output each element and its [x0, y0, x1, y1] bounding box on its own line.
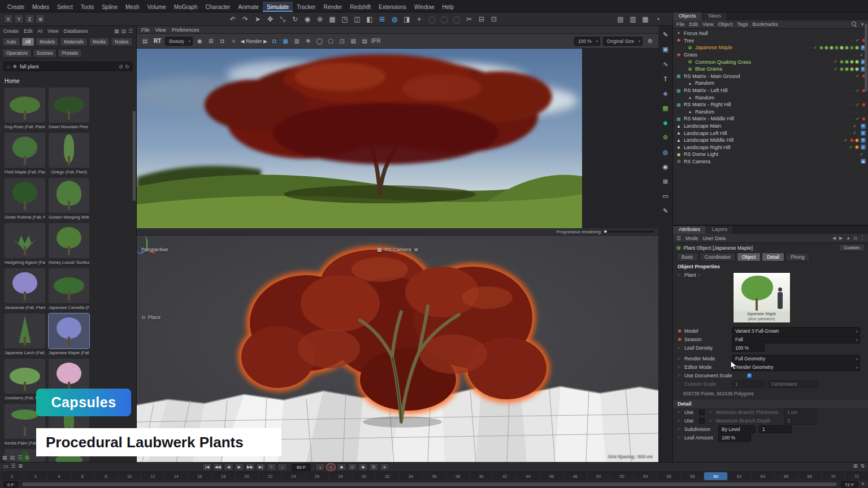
frame-tick[interactable]: 2 [24, 472, 47, 480]
asset-tile[interactable]: Ginkgo (Fall, Plant) [49, 133, 89, 175]
playback-button[interactable]: ◀ [224, 463, 233, 471]
palette-icon[interactable]: ▦ [660, 103, 671, 114]
property-value[interactable]: Fall [732, 336, 860, 343]
hamburger-icon[interactable]: ☰ [676, 236, 681, 241]
frame-tick[interactable]: 42 [493, 472, 517, 480]
material-swatch[interactable] [855, 138, 859, 142]
frame-tick[interactable]: 10 [118, 472, 141, 480]
menu-item[interactable]: Volume [143, 2, 170, 12]
subdivision-value[interactable]: 1 [759, 425, 792, 433]
material-swatch[interactable] [840, 46, 844, 50]
enable-check[interactable]: ✓ [843, 138, 848, 143]
record-button[interactable]: ◆ [358, 463, 368, 471]
property-value[interactable]: 100 % [732, 344, 765, 352]
object-label[interactable]: Common Quaking Grass [695, 59, 751, 65]
view-mode-icon[interactable]: ▦ [114, 28, 119, 34]
frame-tick[interactable]: 24 [281, 472, 305, 480]
toolbar-icon[interactable]: ▦ [327, 14, 338, 25]
object-row[interactable]: ✚ Grass ✓ [673, 51, 868, 59]
visibility-dots[interactable] [827, 59, 831, 65]
material-swatch[interactable] [830, 46, 834, 50]
next-icon[interactable]: ▶ [263, 38, 267, 44]
toolbar-icon[interactable]: ✂ [463, 14, 475, 25]
nav-icon[interactable]: ⋮ [860, 236, 865, 241]
timeline-tool-icon[interactable]: ⊞ [19, 463, 23, 469]
size-dropdown[interactable]: Original Size [603, 37, 643, 46]
search-option-icon[interactable]: ↻ [125, 64, 129, 69]
use-document-scale-checkbox[interactable]: ✓ [747, 373, 752, 378]
camera-label[interactable]: ▦ RS Camera ⊕ [377, 247, 418, 252]
menu-item[interactable]: Extensions [375, 2, 410, 12]
object-label[interactable]: Landscape Middle Hill [684, 137, 734, 143]
axis-lock-button[interactable]: Z [25, 14, 34, 24]
add-icon[interactable]: ✚ [12, 64, 17, 69]
nav-icon[interactable]: ▲ [846, 236, 850, 241]
palette-icon[interactable]: ◉ [660, 162, 671, 172]
menu-item[interactable]: Character [202, 2, 235, 12]
frame-tick[interactable]: 56 [657, 472, 680, 480]
toolbar-icon[interactable]: ◳ [339, 14, 350, 25]
frame-tick[interactable]: 4 [47, 472, 71, 480]
material-swatch[interactable] [819, 46, 823, 50]
category-tab[interactable]: Operators [2, 49, 32, 58]
asset-tile[interactable]: Hedgehog Agave (Fall... [5, 223, 45, 265]
object-row[interactable]: ⌖ Focus Null [673, 30, 868, 37]
footer-icon[interactable]: ▤ [10, 455, 15, 460]
object-label[interactable]: Random [695, 80, 714, 86]
detail-section-header[interactable]: Detail [673, 400, 868, 408]
material-swatch[interactable] [862, 117, 866, 121]
material-swatch[interactable] [850, 138, 854, 142]
range-start-field[interactable]: 0 F [3, 481, 18, 487]
mode-menu[interactable]: Mode [685, 236, 698, 241]
slate-icon[interactable]: ▤ [140, 36, 150, 46]
menu-item[interactable]: Object [718, 21, 732, 27]
panel-tab[interactable]: Layers [706, 226, 734, 234]
layout-icon[interactable]: ◔ [652, 14, 663, 25]
toolbar-icon[interactable]: ◯ [451, 14, 462, 25]
object-label[interactable]: Focus Null [684, 30, 708, 36]
frame-tick[interactable]: 6 [71, 472, 94, 480]
toolbar-icon[interactable]: ✥ [264, 14, 276, 25]
timeline-ruler[interactable]: 0246810121416182022242628303234363840424… [0, 472, 868, 480]
menu-item[interactable]: Help [439, 2, 458, 12]
asset-tile[interactable]: Dog-Rose (Fall, Plant) [5, 88, 45, 129]
use-checkbox[interactable] [699, 418, 705, 424]
filter-tab[interactable]: Nodes [111, 37, 133, 46]
menu-item[interactable]: Create [3, 2, 28, 12]
object-row[interactable]: ✿ Common Quaking Grass ✓ F [673, 58, 868, 66]
frame-tick[interactable]: 30 [352, 472, 376, 480]
asset-tile[interactable]: Honey Locust 'Sunbur... [49, 223, 89, 265]
visibility-dots[interactable] [847, 123, 850, 129]
custom-button[interactable]: Custom [839, 244, 865, 251]
menu-item[interactable]: View [702, 21, 713, 27]
section-tab[interactable]: Basic [676, 252, 698, 262]
render-toolbar-icon[interactable]: ◉ [195, 36, 205, 46]
visibility-dots[interactable] [807, 45, 811, 50]
tag-icon[interactable]: F [861, 130, 866, 136]
render-toolbar-icon[interactable]: ▢ [326, 36, 336, 46]
frame-tick[interactable]: 8 [94, 472, 118, 480]
anim-dot[interactable]: ◉ [678, 337, 684, 342]
layout-icon[interactable]: ▦ [640, 14, 651, 25]
playback-button[interactable]: ◖ [277, 463, 287, 471]
material-swatch[interactable] [855, 46, 859, 50]
object-label[interactable]: Landscape Left Hill [684, 130, 727, 136]
object-row[interactable]: ▲ Landscape Left Hill ✓ F [673, 129, 868, 137]
palette-icon[interactable]: ◆ [660, 117, 671, 128]
visibility-dots[interactable] [853, 151, 857, 157]
object-row[interactable]: ✿ Blue Grama ✓ F [673, 66, 868, 73]
toolbar-icon[interactable]: ⊟ [476, 14, 487, 25]
object-row[interactable]: ▲ Landscape Right Hill ✓ F [673, 144, 868, 151]
playback-button[interactable]: ▶| [256, 463, 266, 471]
frame-tick[interactable]: 72 [845, 472, 868, 480]
material-swatch[interactable] [840, 60, 844, 64]
menu-item[interactable]: Bookmarks [752, 21, 778, 27]
frame-tick[interactable]: 16 [188, 472, 211, 480]
toolbar-icon[interactable]: ◯ [439, 14, 450, 25]
frame-tick[interactable]: 54 [633, 472, 657, 480]
toolbar-icon[interactable]: ⌖ [414, 14, 425, 25]
visibility-dots[interactable] [849, 38, 853, 43]
visibility-dots[interactable] [837, 137, 841, 143]
enable-check[interactable]: ✓ [833, 67, 838, 72]
frame-tick[interactable]: 64 [751, 472, 775, 480]
